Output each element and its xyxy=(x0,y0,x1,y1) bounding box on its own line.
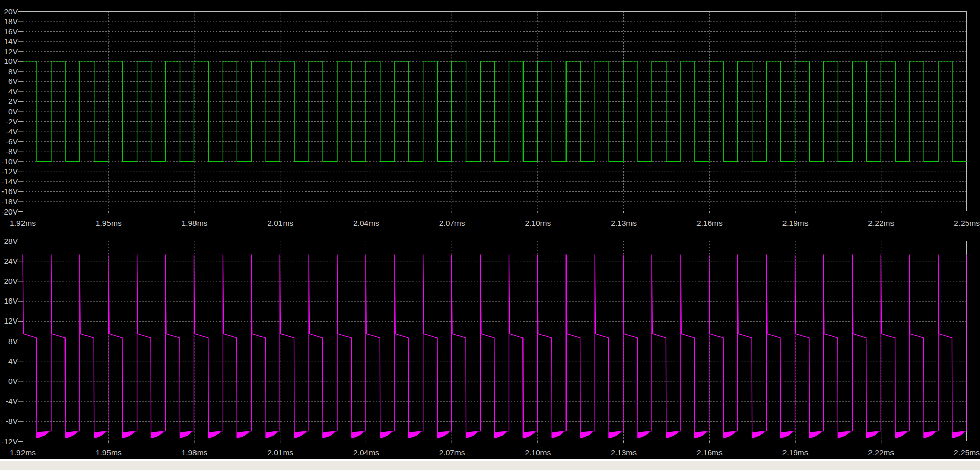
x-tick-label: 1.92ms xyxy=(10,219,36,227)
y-tick-label: -8V xyxy=(6,147,18,156)
y-tick-label: -20V xyxy=(1,207,18,216)
x-tick-label: 2.19ms xyxy=(782,448,809,457)
y-tick-label: 16V xyxy=(4,27,18,36)
y-axis: 28V24V20V16V12V8V4V0V-4V-8V-12V xyxy=(1,237,23,446)
y-tick-label: 28V xyxy=(4,237,18,245)
x-tick-label: 2.25ms xyxy=(954,448,980,457)
x-tick-label: 2.16ms xyxy=(696,219,723,227)
y-tick-label: 18V xyxy=(4,17,18,26)
y-tick-label: -16V xyxy=(1,187,18,196)
y-tick-label: 6V xyxy=(8,77,18,86)
y-tick-label: -6V xyxy=(6,137,18,146)
y-tick-label: 20V xyxy=(4,276,18,285)
y-tick-label: 20V xyxy=(4,7,18,16)
y-tick-label: 14V xyxy=(4,37,18,46)
y-tick-label: 2V xyxy=(8,97,18,105)
y-axis: 20V18V16V14V12V10V8V6V4V2V0V-2V-4V-6V-8V… xyxy=(1,7,23,216)
y-tick-label: 0V xyxy=(8,107,18,116)
x-axis: 1.92ms1.95ms1.98ms2.01ms2.04ms2.07ms2.10… xyxy=(10,441,980,457)
y-tick-label: -14V xyxy=(1,177,18,186)
y-tick-label: 16V xyxy=(4,296,18,305)
y-tick-label: 8V xyxy=(8,67,18,76)
y-tick-label: 0V xyxy=(8,377,18,386)
y-tick-label: -12V xyxy=(1,167,18,176)
y-tick-label: 24V xyxy=(4,257,18,265)
y-tick-label: 12V xyxy=(4,316,18,325)
x-tick-label: 1.95ms xyxy=(96,219,122,227)
x-tick-label: 2.13ms xyxy=(611,219,637,227)
y-tick-label: 4V xyxy=(8,87,18,96)
y-tick-label: -2V xyxy=(6,117,18,126)
status-bar xyxy=(0,459,980,470)
y-tick-label: -10V xyxy=(1,157,18,166)
x-tick-label: 1.95ms xyxy=(96,448,122,457)
x-tick-label: 2.04ms xyxy=(353,448,379,457)
x-tick-label: 2.22ms xyxy=(868,448,894,457)
pane-vn005: 28V24V20V16V12V8V4V0V-4V-8V-12V1.92ms1.9… xyxy=(1,237,980,457)
x-tick-label: 2.07ms xyxy=(439,219,465,227)
y-tick-label: -8V xyxy=(6,417,18,425)
x-tick-label: 2.07ms xyxy=(439,448,465,457)
y-tick-label: -12V xyxy=(1,437,18,446)
y-tick-label: 4V xyxy=(8,357,18,366)
pane-vn001: 20V18V16V14V12V10V8V6V4V2V0V-2V-4V-6V-8V… xyxy=(1,7,980,228)
waveform-plot-svg: 20V18V16V14V12V10V8V6V4V2V0V-2V-4V-6V-8V… xyxy=(0,0,980,459)
x-tick-label: 2.16ms xyxy=(696,448,723,457)
x-tick-label: 2.19ms xyxy=(782,219,809,227)
x-axis: 1.92ms1.95ms1.98ms2.01ms2.04ms2.07ms2.10… xyxy=(10,211,980,227)
y-tick-label: 10V xyxy=(4,57,18,66)
y-tick-label: -4V xyxy=(6,127,18,136)
y-tick-label: 8V xyxy=(8,337,18,346)
y-tick-label: -4V xyxy=(6,397,18,405)
x-tick-label: 2.13ms xyxy=(611,448,637,457)
x-tick-label: 1.98ms xyxy=(182,219,208,227)
x-tick-label: 2.01ms xyxy=(267,448,293,457)
x-tick-label: 2.04ms xyxy=(353,219,379,227)
x-tick-label: 1.92ms xyxy=(10,448,36,457)
x-tick-label: 2.22ms xyxy=(868,219,894,227)
x-tick-label: 2.01ms xyxy=(267,219,293,227)
y-tick-label: 12V xyxy=(4,47,18,56)
x-tick-label: 2.10ms xyxy=(525,448,551,457)
x-tick-label: 2.10ms xyxy=(525,219,551,227)
x-tick-label: 1.98ms xyxy=(182,448,208,457)
y-tick-label: -18V xyxy=(1,197,18,206)
x-tick-label: 2.25ms xyxy=(954,219,980,227)
